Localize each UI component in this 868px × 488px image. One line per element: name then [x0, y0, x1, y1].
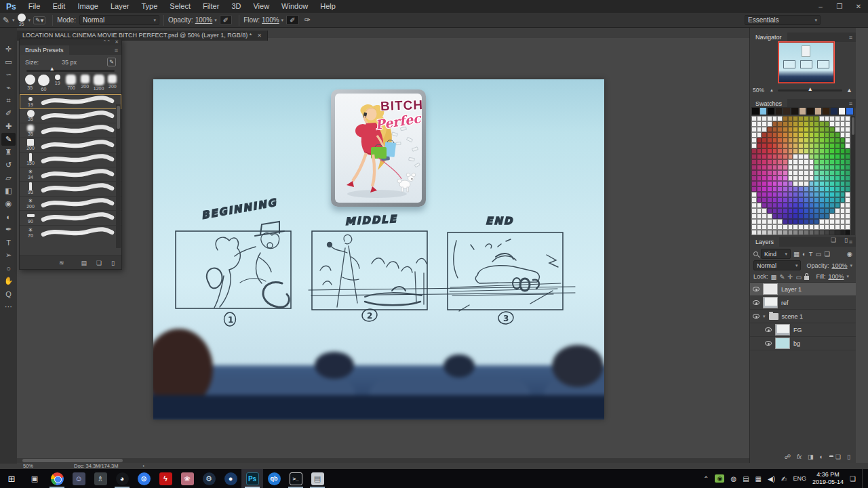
swatch[interactable]: [757, 116, 762, 121]
swatch[interactable]: [757, 219, 762, 224]
swatch[interactable]: [772, 165, 778, 170]
swatch[interactable]: [767, 176, 772, 181]
swatch[interactable]: [767, 132, 772, 138]
swatch[interactable]: [825, 170, 830, 176]
swatch[interactable]: [788, 197, 793, 203]
menu-itemtype[interactable]: Type: [136, 0, 164, 13]
swatch[interactable]: [757, 159, 762, 165]
swatch[interactable]: [757, 143, 762, 148]
swatches-scrollbar[interactable]: [851, 116, 855, 235]
lock-artboard-icon[interactable]: ▭: [795, 273, 802, 281]
swatch[interactable]: [762, 230, 767, 235]
swatch[interactable]: [777, 176, 783, 181]
tool-more[interactable]: ⋯: [1, 300, 16, 313]
swatch[interactable]: [767, 116, 772, 121]
swatch[interactable]: [751, 154, 757, 159]
swatch[interactable]: [767, 197, 772, 203]
swatch[interactable]: [757, 197, 762, 203]
swatch[interactable]: [772, 121, 778, 127]
swatch[interactable]: [809, 192, 814, 197]
swatch[interactable]: [809, 224, 814, 230]
swatch[interactable]: [809, 176, 814, 181]
swatch[interactable]: [825, 176, 830, 181]
swatch[interactable]: [825, 224, 830, 230]
swatch[interactable]: [751, 107, 760, 115]
swatch[interactable]: [814, 214, 819, 219]
swatch[interactable]: [775, 107, 783, 115]
layer-thumbnail[interactable]: [775, 324, 790, 336]
swatch[interactable]: [751, 192, 757, 197]
swatch[interactable]: [814, 176, 819, 181]
swatch[interactable]: [835, 159, 840, 165]
swatch[interactable]: [840, 132, 846, 138]
swatch[interactable]: [798, 121, 804, 127]
taskbar-app-candle-app[interactable]: ♗: [90, 469, 111, 488]
swatch[interactable]: [762, 165, 767, 170]
swatch[interactable]: [809, 214, 814, 219]
swatch[interactable]: [814, 159, 819, 165]
swatch[interactable]: [757, 230, 762, 235]
swatch[interactable]: [783, 170, 788, 176]
panel-close-icon[interactable]: ✕: [115, 39, 119, 45]
tool-shape[interactable]: ○: [1, 262, 16, 274]
swatch[interactable]: [819, 219, 825, 224]
swatch[interactable]: [835, 192, 840, 197]
swatch[interactable]: [762, 143, 767, 148]
swatch[interactable]: [845, 121, 850, 127]
taskbar-app-terminal[interactable]: >_: [285, 469, 307, 488]
swatch[interactable]: [840, 159, 846, 165]
swatch[interactable]: [798, 208, 804, 214]
swatch[interactable]: [840, 197, 846, 203]
swatch[interactable]: [835, 127, 840, 132]
swatch[interactable]: [829, 154, 835, 159]
swatch[interactable]: [845, 159, 850, 165]
swatch[interactable]: [825, 116, 830, 121]
swatch[interactable]: [757, 192, 762, 197]
delete-brush-icon[interactable]: ▯: [111, 260, 115, 266]
tool-quick-select[interactable]: ⌁: [1, 81, 16, 94]
swatch[interactable]: [793, 165, 798, 170]
brush-tip[interactable]: 700: [65, 75, 77, 92]
swatch[interactable]: [751, 148, 757, 154]
swatch[interactable]: [751, 132, 757, 138]
brush-preset-row[interactable]: 35: [20, 109, 121, 124]
taskbar-app-notepad[interactable]: ▤: [307, 469, 328, 488]
swatch[interactable]: [783, 154, 788, 159]
layer-name[interactable]: ref: [781, 300, 789, 306]
swatch[interactable]: [825, 159, 830, 165]
layer-name[interactable]: FG: [793, 327, 802, 333]
swatch[interactable]: [845, 143, 850, 148]
network-tray-icon[interactable]: ▦: [755, 475, 762, 483]
swatch[interactable]: [814, 148, 819, 154]
swatch[interactable]: [814, 224, 819, 230]
swatch[interactable]: [825, 143, 830, 148]
swatch[interactable]: [825, 203, 830, 208]
swatch[interactable]: [819, 224, 825, 230]
swatch[interactable]: [793, 203, 798, 208]
swatch[interactable]: [829, 208, 835, 214]
brush-tool-icon[interactable]: ✎: [3, 16, 9, 25]
menu-item3d[interactable]: 3D: [225, 0, 247, 13]
swatch[interactable]: [840, 224, 846, 230]
layer-visibility-eye-icon[interactable]: [753, 300, 760, 305]
menu-itemlayer[interactable]: Layer: [104, 0, 136, 13]
swatch[interactable]: [840, 176, 846, 181]
swatch[interactable]: [777, 121, 783, 127]
swatch[interactable]: [825, 197, 830, 203]
swatch[interactable]: [829, 148, 835, 154]
taskbar-app-photoshop[interactable]: Ps: [241, 469, 263, 488]
swatch[interactable]: [829, 176, 835, 181]
workspace-switcher[interactable]: Essentials▾: [745, 15, 821, 25]
new-swatch-icon[interactable]: ❏: [831, 237, 836, 245]
tool-marquee[interactable]: ▭: [1, 56, 16, 68]
swatch[interactable]: [767, 154, 772, 159]
swatch[interactable]: [793, 214, 798, 219]
swatch[interactable]: [814, 170, 819, 176]
zoom-out-icon[interactable]: ▲: [770, 88, 774, 92]
headset-tray-icon[interactable]: ◍: [730, 475, 736, 483]
swatch[interactable]: [809, 170, 814, 176]
tool-hand[interactable]: ✋: [1, 274, 16, 287]
swatch[interactable]: [814, 107, 823, 115]
layer-visibility-eye-icon[interactable]: [765, 327, 772, 332]
swatch[interactable]: [757, 132, 762, 138]
